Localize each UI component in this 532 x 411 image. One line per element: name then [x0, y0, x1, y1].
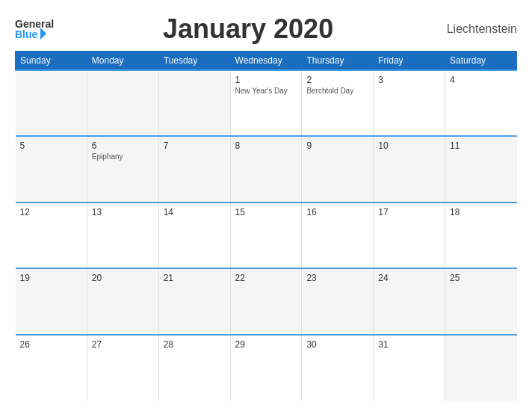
calendar-title: January 2020	[54, 13, 442, 45]
week-row-2: 56Epiphany7891011	[16, 136, 517, 202]
calendar-cell: 15	[230, 203, 302, 268]
week-row-3: 12131415161718	[16, 203, 517, 268]
day-number: 5	[20, 140, 82, 151]
day-number: 23	[306, 273, 368, 283]
calendar-cell: 16	[302, 203, 374, 268]
day-number: 12	[20, 207, 82, 217]
week-row-1: 1New Year's Day2Berchtold Day34	[16, 70, 517, 136]
calendar-cell: 13	[87, 203, 158, 268]
calendar-cell: 19	[16, 268, 87, 334]
holiday-label: New Year's Day	[235, 87, 297, 95]
col-monday: Monday	[87, 52, 158, 71]
logo-blue-text: Blue	[15, 29, 37, 40]
calendar-cell: 4	[445, 70, 517, 136]
calendar-cell: 8	[230, 136, 302, 202]
day-number: 11	[450, 140, 512, 151]
day-number: 13	[92, 207, 154, 217]
col-friday: Friday	[374, 52, 445, 71]
calendar-header: Sunday Monday Tuesday Wednesday Thursday…	[16, 52, 517, 71]
holiday-label: Berchtold Day	[306, 87, 368, 95]
calendar-cell: 21	[158, 268, 230, 334]
calendar-cell: 2Berchtold Day	[302, 70, 374, 136]
day-number: 17	[378, 207, 440, 217]
logo-general-text: General	[15, 19, 54, 29]
day-number: 19	[20, 273, 82, 283]
calendar-body: 1New Year's Day2Berchtold Day3456Epiphan…	[16, 70, 517, 401]
calendar-cell: 22	[230, 268, 302, 334]
calendar-cell: 20	[87, 268, 158, 334]
calendar-cell: 25	[445, 268, 517, 334]
day-number: 7	[164, 140, 226, 151]
day-number: 4	[450, 75, 512, 85]
day-number: 29	[235, 339, 297, 350]
calendar-cell: 31	[374, 335, 445, 401]
day-number: 1	[235, 75, 297, 85]
col-thursday: Thursday	[302, 52, 374, 71]
day-number: 22	[235, 273, 297, 283]
country-label: Liechtenstein	[442, 22, 517, 36]
day-number: 14	[164, 207, 226, 217]
week-row-4: 19202122232425	[16, 268, 517, 334]
day-number: 2	[306, 75, 368, 85]
day-number: 28	[164, 339, 226, 350]
calendar-cell: 14	[158, 203, 230, 268]
day-number: 31	[378, 339, 440, 350]
calendar-cell: 29	[230, 335, 302, 401]
logo: General Blue	[15, 19, 54, 40]
calendar-cell: 11	[445, 136, 517, 202]
day-number: 8	[235, 140, 297, 151]
logo-blue-row: Blue	[15, 29, 46, 40]
calendar-cell: 6Epiphany	[87, 136, 158, 202]
col-saturday: Saturday	[445, 52, 517, 71]
calendar-cell: 23	[302, 268, 374, 334]
calendar-cell: 10	[374, 136, 445, 202]
calendar-cell: 30	[302, 335, 374, 401]
day-number: 3	[378, 75, 440, 85]
calendar-cell: 28	[158, 335, 230, 401]
calendar-cell: 5	[16, 136, 87, 202]
col-tuesday: Tuesday	[158, 52, 230, 71]
day-number: 9	[306, 140, 368, 151]
calendar-cell: 27	[87, 335, 158, 401]
day-number: 27	[92, 339, 154, 350]
day-number: 20	[92, 273, 154, 283]
day-number: 10	[378, 140, 440, 151]
calendar-cell	[87, 70, 158, 136]
days-of-week-row: Sunday Monday Tuesday Wednesday Thursday…	[16, 52, 517, 71]
day-number: 25	[450, 273, 512, 283]
calendar-cell: 1New Year's Day	[230, 70, 302, 136]
day-number: 15	[235, 207, 297, 217]
logo-triangle-icon	[40, 28, 46, 40]
holiday-label: Epiphany	[92, 152, 154, 161]
calendar-table: Sunday Monday Tuesday Wednesday Thursday…	[15, 51, 517, 401]
day-number: 21	[164, 273, 226, 283]
calendar-cell: 7	[158, 136, 230, 202]
calendar-cell: 26	[16, 335, 87, 401]
calendar-cell: 3	[374, 70, 445, 136]
day-number: 18	[450, 207, 512, 217]
calendar-cell: 18	[445, 203, 517, 268]
day-number: 16	[306, 207, 368, 217]
calendar-cell	[445, 335, 517, 401]
col-sunday: Sunday	[16, 52, 87, 71]
calendar-cell: 24	[374, 268, 445, 334]
day-number: 30	[306, 339, 368, 350]
col-wednesday: Wednesday	[230, 52, 302, 71]
page: General Blue January 2020 Liechtenstein …	[0, 0, 532, 411]
day-number: 6	[92, 140, 154, 151]
header: General Blue January 2020 Liechtenstein	[15, 13, 517, 45]
day-number: 26	[20, 339, 82, 350]
week-row-5: 262728293031	[16, 335, 517, 401]
calendar-cell: 17	[374, 203, 445, 268]
calendar-cell: 9	[302, 136, 374, 202]
calendar-cell	[16, 70, 87, 136]
day-number: 24	[378, 273, 440, 283]
calendar-cell	[158, 70, 230, 136]
calendar-cell: 12	[16, 203, 87, 268]
